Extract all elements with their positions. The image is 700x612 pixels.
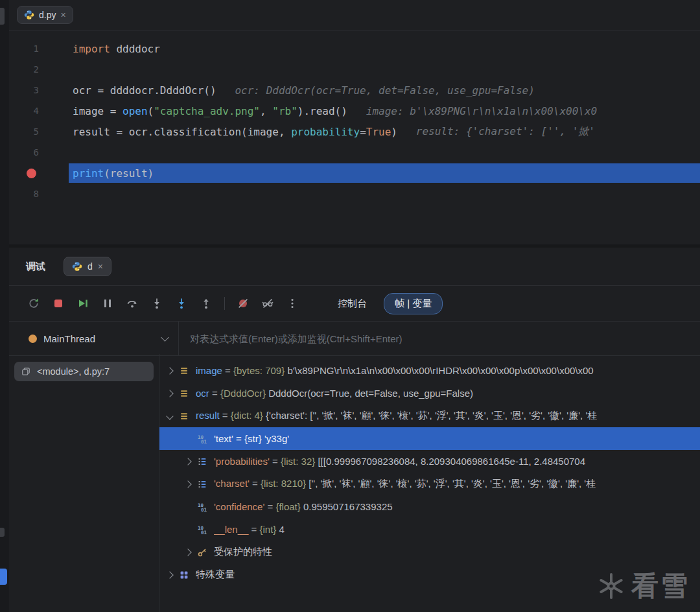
- frame-label: <module>, d.py:7: [37, 366, 110, 377]
- editor-tab-dpy[interactable]: d.py ×: [17, 6, 73, 24]
- stop-icon[interactable]: [52, 297, 65, 310]
- pause-icon[interactable]: [101, 297, 114, 310]
- python-icon: [72, 261, 82, 272]
- rerun-icon[interactable]: [27, 297, 40, 310]
- breakpoint-icon[interactable]: [27, 169, 36, 178]
- variable-type: {bytes: 709}: [233, 365, 287, 376]
- editor-gutter[interactable]: 2: [9, 64, 69, 75]
- variable-row[interactable]: ocr = {DdddOcr} DdddOcr(ocr=True, det=Fa…: [159, 382, 700, 405]
- frames-panel: <module>, d.py:7: [9, 354, 159, 612]
- variable-row[interactable]: 'probabilities' = {list: 32} [[[0.999967…: [159, 450, 700, 473]
- step-into-icon[interactable]: [150, 297, 163, 310]
- editor-code[interactable]: 1import ddddocr23ocr = ddddocr.DdddOcr()…: [9, 30, 700, 204]
- tab-console[interactable]: 控制台: [338, 298, 367, 310]
- variable-text: 特殊变量: [196, 569, 700, 581]
- variable-value: [[[0.999967098236084, 8.209304069861645e…: [318, 456, 585, 467]
- debug-tab-label: d: [88, 261, 93, 272]
- mute-breakpoints-icon[interactable]: [237, 297, 250, 310]
- resume-icon[interactable]: [76, 297, 89, 310]
- variable-row[interactable]: result = {dict: 4} {'charset': ['', '掀',…: [159, 405, 700, 427]
- variable-text: 'probabilities' = {list: 32} [[[0.999967…: [214, 456, 700, 467]
- variable-type: {str}: [244, 433, 264, 444]
- code-line[interactable]: 2: [9, 59, 700, 80]
- expand-chevron[interactable]: [165, 368, 175, 373]
- variable-value: DdddOcr(ocr=True, det=False, use_gpu=Fal…: [268, 388, 473, 399]
- line-number: 8: [9, 189, 39, 199]
- variable-row[interactable]: 1001__len__ = {int} 4: [159, 518, 700, 541]
- code-line[interactable]: 5result = ocr.classification(image, prob…: [9, 121, 700, 142]
- step-out-icon[interactable]: [200, 297, 213, 310]
- svg-text:01: 01: [201, 529, 207, 535]
- list-icon: [197, 479, 209, 489]
- variable-type: {int}: [260, 524, 279, 535]
- expand-chevron[interactable]: [165, 391, 175, 396]
- editor-tab-label: d.py: [39, 10, 56, 20]
- variable-name: image: [196, 365, 222, 376]
- variable-text: 受保护的特性: [214, 546, 700, 558]
- code-line[interactable]: 4image = open("captcha_adv.png", "rb").r…: [9, 100, 700, 121]
- thread-selector[interactable]: MainThread: [9, 322, 179, 355]
- editor-gutter[interactable]: 8: [9, 189, 69, 199]
- expand-chevron[interactable]: [165, 572, 175, 578]
- code-line-text: [69, 60, 700, 79]
- variable-row[interactable]: 受保护的特性: [159, 541, 700, 563]
- toolwindow-stripe-icon[interactable]: [0, 528, 5, 537]
- debug-toolbar: 控制台 帧 | 变量: [9, 285, 700, 322]
- line-number: 1: [9, 43, 39, 54]
- debug-panel-title: 调试: [26, 261, 45, 273]
- code-line[interactable]: 1import ddddocr: [9, 38, 700, 59]
- debug-panel: 调试 d × 控制台 帧 | 变量 MainThread: [9, 248, 700, 612]
- code-line-text: import ddddocr: [69, 39, 700, 58]
- code-line[interactable]: print(result): [9, 163, 700, 183]
- close-icon[interactable]: ×: [60, 10, 65, 19]
- code-line[interactable]: 6: [9, 142, 700, 163]
- expand-chevron[interactable]: [183, 459, 193, 464]
- expand-chevron[interactable]: [183, 550, 193, 555]
- evaluate-expression-input[interactable]: [179, 321, 700, 356]
- variable-row[interactable]: image = {bytes: 709} b'\x89PNG\r\n\x1a\n…: [159, 359, 700, 382]
- editor-pane: d.py × 1import ddddocr23ocr = ddddocr.Dd…: [9, 0, 700, 248]
- code-line-text: [69, 184, 700, 204]
- editor-gutter[interactable]: 1: [9, 43, 69, 54]
- code-line-text: ocr = ddddocr.DdddOcr() ocr: DdddOcr(ocr…: [69, 80, 700, 100]
- editor-gutter[interactable]: 6: [9, 147, 69, 158]
- variable-value: 'y33g': [264, 433, 289, 444]
- code-line[interactable]: 8: [9, 183, 700, 204]
- variable-name: __len__: [214, 524, 248, 535]
- debug-toolwindow-icon[interactable]: [0, 569, 7, 585]
- editor-gutter[interactable]: [9, 169, 69, 178]
- svg-text:01: 01: [201, 438, 207, 444]
- variable-text: 'text' = {str} 'y33g': [214, 433, 700, 444]
- code-line-text: [69, 143, 700, 162]
- step-over-icon[interactable]: [126, 297, 139, 310]
- editor-gutter[interactable]: 3: [9, 85, 69, 95]
- primitive-icon: 1001: [197, 434, 209, 444]
- variable-row[interactable]: 'charset' = {list: 8210} ['', '掀', '袜', …: [159, 473, 700, 495]
- force-step-into-icon[interactable]: [175, 297, 188, 310]
- editor-gutter[interactable]: 5: [9, 126, 69, 137]
- variable-name: result: [196, 410, 220, 421]
- variable-row[interactable]: 1001'confidence' = {float} 0.95950716733…: [159, 495, 700, 518]
- variable-row[interactable]: 1001'text' = {str} 'y33g': [159, 427, 700, 450]
- debug-session-tab[interactable]: d ×: [64, 257, 111, 276]
- activity-bar: [0, 0, 10, 612]
- stack-frame-item[interactable]: <module>, d.py:7: [14, 362, 154, 381]
- variable-row[interactable]: 特殊变量: [159, 563, 700, 586]
- thread-icon: [29, 335, 37, 343]
- expand-chevron[interactable]: [165, 414, 175, 419]
- tab-frames-variables[interactable]: 帧 | 变量: [384, 293, 443, 314]
- code-line[interactable]: 3ocr = ddddocr.DdddOcr() ocr: DdddOcr(oc…: [9, 80, 700, 100]
- close-icon[interactable]: ×: [98, 262, 103, 271]
- key-icon: [197, 547, 209, 558]
- grid-icon: [179, 570, 191, 580]
- editor-gutter[interactable]: 4: [9, 106, 69, 116]
- variable-name: ocr: [196, 388, 209, 399]
- toolwindow-stripe-icon[interactable]: [0, 8, 5, 25]
- hide-watches-icon[interactable]: [261, 297, 274, 310]
- expand-chevron[interactable]: [183, 482, 193, 487]
- python-icon: [24, 10, 34, 20]
- variable-type: {float}: [275, 501, 303, 512]
- more-options-icon[interactable]: [286, 297, 299, 310]
- object-icon: [179, 411, 191, 421]
- editor-tab-bar: d.py ×: [9, 0, 700, 30]
